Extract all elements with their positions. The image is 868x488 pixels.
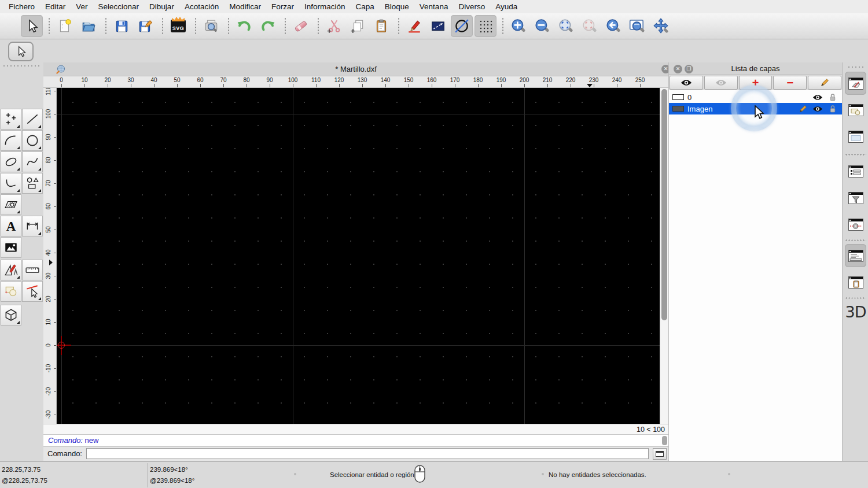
ruler-tick — [223, 84, 224, 87]
edit-layer-button[interactable] — [808, 76, 841, 90]
tool-point[interactable] — [1, 109, 21, 130]
layer-lock-button[interactable] — [827, 93, 838, 101]
ruler-label: 90 — [45, 128, 52, 146]
toggle-property-editor-button[interactable] — [845, 160, 866, 183]
pan-button[interactable] — [650, 15, 672, 37]
tool-polyline[interactable] — [1, 173, 21, 194]
layer-visibility-button[interactable] — [812, 105, 823, 113]
canvas-horizontal-scrollbar[interactable]: 10 < 100 — [43, 424, 668, 435]
drawing-canvas[interactable] — [57, 88, 660, 424]
command-window-toggle-button[interactable] — [653, 448, 667, 460]
save-button[interactable] — [111, 15, 133, 37]
tool-line[interactable] — [22, 109, 43, 130]
show-all-layers-button[interactable] — [670, 76, 703, 90]
ruler-tick — [594, 84, 594, 87]
tool-text[interactable]: A — [1, 216, 21, 236]
ruler-label: 0 — [52, 77, 71, 83]
new-file-button[interactable] — [54, 15, 76, 37]
ruler-tick — [131, 84, 131, 87]
layer-lock-button[interactable] — [827, 105, 838, 113]
tool-snap[interactable] — [22, 281, 43, 302]
toolbar-separator — [105, 17, 106, 35]
menu-ver[interactable]: Ver — [71, 0, 93, 13]
toggle-block-list-button[interactable] — [845, 98, 866, 121]
arc-icon — [3, 133, 19, 148]
tool-solid-3d[interactable] — [1, 305, 21, 326]
menu-forzar[interactable]: Forzar — [266, 0, 299, 13]
zoom-window-button[interactable] — [626, 15, 648, 37]
print-preview-button[interactable] — [200, 15, 222, 37]
toggle-3d-view-button[interactable]: 3D — [845, 303, 866, 321]
toggle-measurement-tool-button[interactable] — [845, 213, 866, 236]
palette-drag-handle[interactable] — [2, 65, 41, 67]
tool-measure[interactable] — [22, 260, 43, 280]
zoom-selection-icon — [582, 18, 598, 34]
toggle-layer-list-button[interactable] — [845, 72, 866, 95]
tool-modify[interactable] — [1, 260, 21, 280]
menu-ayuda[interactable]: Ayuda — [490, 0, 523, 13]
strip-drag-handle[interactable] — [847, 66, 865, 68]
menu-modificar[interactable]: Modificar — [224, 0, 266, 13]
erase-button[interactable] — [290, 15, 312, 37]
filter-window-icon — [848, 192, 863, 204]
save-as-button[interactable] — [134, 15, 156, 37]
menu-acotacion[interactable]: Acotación — [179, 0, 224, 13]
toggle-selection-filter-button[interactable] — [845, 186, 866, 209]
tool-spline[interactable] — [22, 151, 43, 172]
menu-seleccionar[interactable]: Seleccionar — [93, 0, 145, 13]
ruler-label: 80 — [237, 77, 256, 83]
scrollbar-thumb[interactable] — [661, 89, 667, 320]
draw-ellipse-button[interactable] — [451, 15, 473, 37]
edit-layer-icon-button[interactable] — [797, 105, 808, 113]
undo-button[interactable] — [233, 15, 255, 37]
tool-circle[interactable] — [22, 130, 43, 151]
status-dot — [294, 473, 296, 475]
menu-diverso[interactable]: Diverso — [453, 0, 490, 13]
toggle-command-line-button[interactable] — [845, 244, 866, 267]
ruler-label: 100 — [45, 105, 52, 123]
command-input[interactable] — [86, 448, 649, 459]
ruler-tick — [84, 84, 85, 87]
redo-button[interactable] — [257, 15, 279, 37]
remove-layer-button[interactable]: − — [773, 76, 807, 90]
tool-arc[interactable] — [1, 130, 21, 151]
zoom-selection-button[interactable] — [579, 15, 601, 37]
tool-ellipse[interactable] — [1, 151, 21, 172]
hide-all-layers-button[interactable] — [704, 76, 738, 90]
tool-shape[interactable] — [22, 173, 43, 194]
canvas-vertical-scrollbar[interactable] — [660, 88, 668, 424]
history-scrollbar-thumb[interactable] — [662, 436, 667, 445]
auto-zoom-button[interactable] — [555, 15, 577, 37]
snap-grid-button[interactable] — [475, 15, 496, 37]
selection-box-button[interactable] — [427, 15, 449, 37]
selection-mode-button[interactable] — [8, 42, 34, 61]
previous-view-button[interactable] — [602, 15, 624, 37]
paste-button[interactable] — [370, 15, 392, 37]
menu-informacion[interactable]: Información — [299, 0, 351, 13]
copy-button[interactable] — [347, 15, 369, 37]
select-tool-button[interactable] — [21, 15, 43, 37]
document-title: * Martillo.dxf — [43, 65, 668, 73]
toggle-library-browser-button[interactable] — [845, 125, 866, 148]
menu-bloque[interactable]: Bloque — [380, 0, 414, 13]
menu-capa[interactable]: Capa — [351, 0, 380, 13]
menu-fichero[interactable]: Fichero — [3, 0, 40, 13]
tool-block[interactable] — [1, 281, 21, 302]
export-svg-button[interactable]: SVG — [167, 15, 189, 37]
grid-major-line — [57, 114, 660, 114]
menu-dibujar[interactable]: Dibujar — [144, 0, 179, 13]
menu-editar[interactable]: Editar — [40, 0, 71, 13]
tool-hatch[interactable] — [1, 194, 21, 215]
tool-dimension[interactable] — [22, 216, 43, 236]
menu-ventana[interactable]: Ventana — [414, 0, 454, 13]
ruler-label: 200 — [515, 77, 534, 83]
cut-button[interactable] — [323, 15, 345, 37]
toggle-clipboard-panel-button[interactable] — [845, 271, 866, 294]
open-file-button[interactable] — [78, 15, 100, 37]
zoom-in-button[interactable] — [507, 15, 529, 37]
ruler-label: 10 — [45, 313, 52, 331]
tool-image[interactable] — [1, 237, 21, 258]
layer-visibility-button[interactable] — [812, 93, 823, 101]
draw-freehand-button[interactable] — [403, 15, 425, 37]
zoom-out-button[interactable] — [531, 15, 553, 37]
